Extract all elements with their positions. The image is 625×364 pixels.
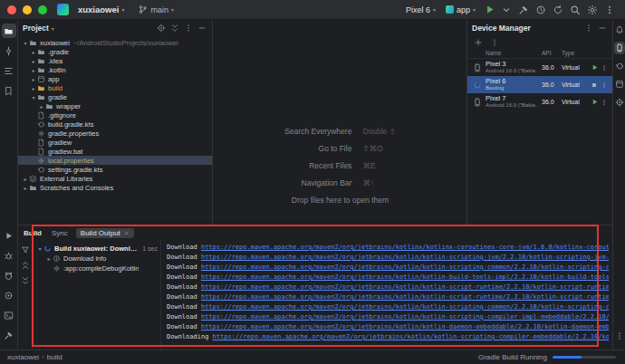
folder-icon: [37, 66, 45, 74]
log-url-link[interactable]: https://repo.maven.apache.org/maven2/org…: [201, 313, 609, 321]
locate-file-icon[interactable]: [155, 23, 167, 34]
app-inspection-icon[interactable]: [2, 288, 16, 302]
project-tree-item[interactable]: ▸build: [18, 83, 212, 92]
hide-panel-icon[interactable]: [596, 23, 608, 34]
more-run-options-icon[interactable]: [498, 2, 514, 18]
more-options-icon[interactable]: [182, 23, 194, 34]
log-url-link[interactable]: https://repo.maven.apache.org/maven2/org…: [201, 293, 609, 301]
log-line: Download https://repo.maven.apache.org/m…: [167, 273, 609, 283]
tree-chevron-icon: ▾: [30, 94, 37, 101]
project-tree-item[interactable]: ▸wrapper: [18, 101, 212, 110]
more-tool-windows-icon[interactable]: [614, 330, 625, 342]
project-tree-item[interactable]: .gitignore: [18, 110, 212, 120]
log-url-link[interactable]: https://repo.maven.apache.org/maven2/org…: [201, 244, 609, 251]
close-tab-icon[interactable]: [123, 230, 130, 236]
build-icon[interactable]: [2, 328, 16, 342]
project-tree-item[interactable]: gradlew.bat: [18, 147, 212, 156]
collapse-all-icon[interactable]: [20, 275, 31, 286]
stop-device-button[interactable]: [590, 81, 599, 90]
project-tree-item[interactable]: ▸External Libraries: [18, 174, 212, 183]
project-tree-item[interactable]: gradle.properties: [18, 129, 212, 138]
build-tree-item[interactable]: :app:compileDebugKotlin: [33, 263, 160, 273]
project-tree-item[interactable]: gradlew: [18, 138, 212, 147]
search-everywhere-icon[interactable]: [567, 2, 583, 18]
project-tree-item[interactable]: build.gradle.kts: [18, 120, 212, 129]
device-row[interactable]: Pixel 6Booting36.0Virtual: [467, 76, 612, 93]
build-tab-build-output[interactable]: Build Output: [76, 228, 134, 238]
expand-all-icon[interactable]: [20, 260, 31, 271]
build-project-icon[interactable]: [515, 2, 532, 18]
tree-chevron-icon: ▸: [22, 176, 29, 182]
collapse-all-icon[interactable]: [168, 23, 180, 34]
commit-icon[interactable]: [2, 43, 16, 58]
add-device-icon[interactable]: [472, 36, 484, 48]
filter-messages-icon[interactable]: [20, 244, 31, 255]
device-api: 36.0: [542, 99, 562, 105]
build-tree-item[interactable]: ▾Build xuxiaowei: Downloading https://r1…: [33, 244, 160, 254]
device-menu-button[interactable]: [600, 63, 609, 72]
build-tree-item[interactable]: ▸Download info: [33, 254, 160, 263]
project-widget[interactable]: xuxiaowei ▾: [73, 3, 129, 16]
profiler-icon[interactable]: [533, 2, 549, 18]
notifications-icon[interactable]: [614, 24, 625, 36]
project-tree-item[interactable]: settings.gradle.kts: [18, 165, 212, 174]
device-info: Pixel 3Android 16.0 ("Baklava") | arm64: [486, 61, 542, 75]
log-prefix: Download: [167, 293, 201, 301]
tree-item-label: .gradle: [48, 48, 69, 56]
start-device-button[interactable]: [590, 63, 599, 72]
log-url-link[interactable]: https://repo.maven.apache.org/maven2/org…: [201, 303, 609, 311]
running-devices-icon[interactable]: [614, 78, 625, 91]
tree-chevron-icon: ▸: [45, 255, 53, 262]
log-url-link[interactable]: https://repo.maven.apache.org/maven2/org…: [201, 254, 609, 261]
start-device-button[interactable]: [590, 98, 599, 107]
device-manager-icon[interactable]: [614, 42, 625, 54]
breadcrumb-item[interactable]: build: [47, 353, 62, 361]
device-menu-button[interactable]: [600, 81, 609, 90]
project-icon[interactable]: [2, 24, 16, 38]
log-url-link[interactable]: https://repo.maven.apache.org/maven2/org…: [201, 273, 609, 281]
run-icon[interactable]: [2, 228, 16, 243]
zoom-window-button[interactable]: [38, 5, 47, 14]
gradle-icon[interactable]: [614, 60, 625, 72]
log-url-link[interactable]: https://repo.maven.apache.org/maven2/org…: [213, 333, 609, 340]
terminal-icon[interactable]: [2, 308, 16, 322]
device-selector[interactable]: Pixel 6 ▾: [401, 4, 440, 16]
run-button[interactable]: [481, 2, 497, 18]
vcs-branch-widget[interactable]: main ▾: [133, 3, 178, 16]
device-row[interactable]: Pixel 3Android 16.0 ("Baklava") | arm643…: [467, 59, 612, 76]
run-configuration-selector[interactable]: app ▾: [441, 4, 480, 16]
project-tree-item[interactable]: ▸Scratches and Consoles: [18, 183, 212, 192]
bookmarks-icon[interactable]: [2, 83, 16, 98]
settings-icon[interactable]: [584, 2, 601, 18]
chevron-down-icon: ▾: [473, 6, 476, 13]
log-url-link[interactable]: https://repo.maven.apache.org/maven2/org…: [201, 283, 609, 291]
app-quality-insights-icon[interactable]: [614, 96, 625, 109]
log-line: Download https://repo.maven.apache.org/m…: [167, 243, 609, 253]
project-tree: ▾xuxiaowei~/AndroidStudioProjects/xuxiao…: [18, 38, 212, 225]
structure-icon[interactable]: [2, 63, 16, 78]
project-tree-item[interactable]: ▸.kotlin: [18, 65, 212, 74]
project-tree-item[interactable]: ▸app: [18, 74, 212, 83]
device-filters-icon[interactable]: [488, 36, 500, 48]
breadcrumb-item[interactable]: xuxiaowei: [7, 353, 39, 361]
hide-panel-icon[interactable]: [196, 23, 207, 34]
device-menu-button[interactable]: [600, 98, 609, 107]
minimize-window-button[interactable]: [23, 5, 32, 14]
log-url-link[interactable]: https://repo.maven.apache.org/maven2/org…: [201, 263, 609, 271]
build-tab-sync[interactable]: Sync: [47, 228, 72, 238]
sync-project-icon[interactable]: [550, 2, 566, 18]
more-options-icon[interactable]: [582, 23, 594, 34]
project-tree-item[interactable]: local.properties: [18, 156, 212, 165]
project-tree-item[interactable]: ▾gradle: [18, 92, 212, 101]
logcat-icon[interactable]: [2, 268, 16, 283]
project-tree-item[interactable]: ▸.gradle: [18, 47, 212, 56]
close-window-button[interactable]: [7, 5, 16, 14]
log-url-link[interactable]: https://repo.maven.apache.org/maven2/org…: [201, 323, 609, 330]
window-options-icon[interactable]: [601, 2, 618, 18]
right-strip-bottom-group: [614, 330, 625, 342]
device-manager-header: Device Manager: [467, 20, 612, 36]
project-tree-item[interactable]: ▸.idea: [18, 56, 212, 65]
device-row[interactable]: Pixel 7Android 16.0 ("Baklava") | arm643…: [467, 93, 612, 110]
debug-icon[interactable]: [2, 248, 16, 263]
project-tree-item[interactable]: ▾xuxiaowei~/AndroidStudioProjects/xuxiao…: [18, 38, 212, 47]
